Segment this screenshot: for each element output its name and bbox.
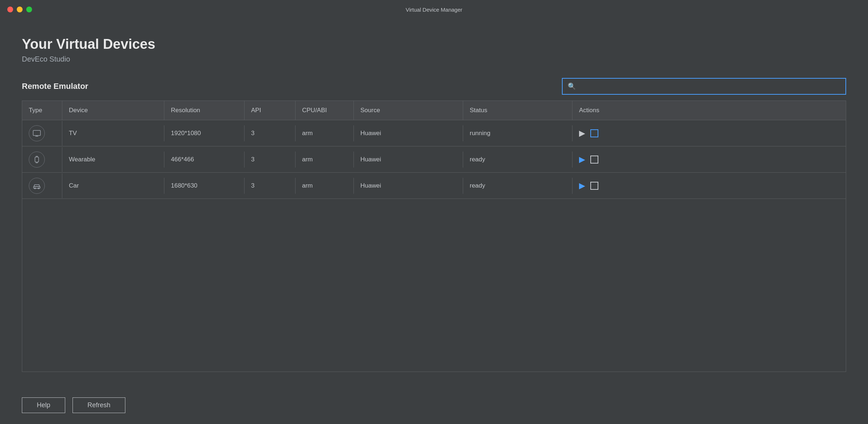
col-device: Device bbox=[62, 101, 164, 120]
search-input[interactable] bbox=[579, 83, 840, 90]
row-1-play-button[interactable]: ▶ bbox=[579, 155, 585, 164]
row-1-actions: ▶ bbox=[572, 150, 846, 169]
col-resolution: Resolution bbox=[164, 101, 245, 120]
col-actions: Actions bbox=[572, 101, 846, 120]
row-2-cpu: arm bbox=[296, 178, 354, 194]
row-2-device: Car bbox=[62, 178, 164, 194]
row-1-resolution: 466*466 bbox=[164, 152, 245, 168]
row-1-source: Huawei bbox=[354, 152, 463, 168]
tv-icon bbox=[29, 125, 45, 141]
title-bar: Virtual Device Manager bbox=[0, 0, 868, 19]
row-2-play-button[interactable]: ▶ bbox=[579, 181, 585, 191]
footer: Help Refresh bbox=[0, 386, 868, 424]
close-button[interactable] bbox=[7, 7, 13, 12]
section-header: Remote Emulator 🔍 bbox=[22, 78, 846, 95]
page-subtitle: DevEco Studio bbox=[22, 55, 846, 63]
col-source: Source bbox=[354, 101, 463, 120]
row-0-device: TV bbox=[62, 125, 164, 141]
row-0-cpu: arm bbox=[296, 125, 354, 141]
row-0-source: Huawei bbox=[354, 125, 463, 141]
row-2-stop-button[interactable] bbox=[590, 182, 598, 190]
section-title: Remote Emulator bbox=[22, 82, 88, 91]
row-0-status: running bbox=[463, 125, 572, 141]
row-2-source: Huawei bbox=[354, 178, 463, 194]
row-0-type bbox=[22, 121, 62, 146]
row-1-cpu: arm bbox=[296, 152, 354, 168]
search-icon: 🔍 bbox=[568, 82, 576, 90]
row-2-actions-cell: ▶ bbox=[579, 181, 598, 191]
svg-rect-3 bbox=[35, 157, 39, 162]
col-status: Status bbox=[463, 101, 572, 120]
table-row: TV 1920*1080 3 arm Huawei running ▶ bbox=[22, 120, 846, 146]
row-1-stop-button[interactable] bbox=[590, 156, 598, 164]
row-2-resolution: 1680*630 bbox=[164, 178, 245, 194]
refresh-button[interactable]: Refresh bbox=[73, 397, 125, 413]
row-0-api: 3 bbox=[245, 125, 296, 141]
table-row: Car 1680*630 3 arm Huawei ready ▶ bbox=[22, 173, 846, 199]
device-table: Type Device Resolution API CPU/ABI Sourc… bbox=[22, 101, 846, 372]
row-1-api: 3 bbox=[245, 152, 296, 168]
col-cpu: CPU/ABI bbox=[296, 101, 354, 120]
page-title: Your Virtual Devices bbox=[22, 36, 846, 52]
row-0-resolution: 1920*1080 bbox=[164, 125, 245, 141]
row-2-api: 3 bbox=[245, 178, 296, 194]
row-0-play-button[interactable]: ▶ bbox=[579, 129, 585, 138]
maximize-button[interactable] bbox=[26, 7, 32, 12]
help-button[interactable]: Help bbox=[22, 397, 65, 413]
col-type: Type bbox=[22, 101, 62, 120]
row-2-actions: ▶ bbox=[572, 177, 846, 195]
search-box[interactable]: 🔍 bbox=[562, 78, 846, 95]
row-1-status: ready bbox=[463, 152, 572, 168]
row-2-type bbox=[22, 173, 62, 198]
svg-rect-0 bbox=[33, 130, 40, 136]
window-controls bbox=[7, 7, 32, 12]
table-header: Type Device Resolution API CPU/ABI Sourc… bbox=[22, 101, 846, 120]
col-api: API bbox=[245, 101, 296, 120]
table-body: TV 1920*1080 3 arm Huawei running ▶ bbox=[22, 120, 846, 372]
row-0-stop-button[interactable] bbox=[590, 129, 598, 137]
row-2-status: ready bbox=[463, 178, 572, 194]
row-1-actions-cell: ▶ bbox=[579, 155, 598, 164]
row-1-device: Wearable bbox=[62, 152, 164, 168]
car-icon bbox=[29, 178, 45, 194]
window-title: Virtual Device Manager bbox=[406, 7, 462, 13]
table-row: Wearable 466*466 3 arm Huawei ready ▶ bbox=[22, 146, 846, 173]
main-content: Your Virtual Devices DevEco Studio Remot… bbox=[0, 19, 868, 386]
row-0-actions: ▶ bbox=[572, 124, 846, 142]
minimize-button[interactable] bbox=[17, 7, 23, 12]
watch-icon bbox=[29, 152, 45, 168]
row-1-type bbox=[22, 147, 62, 172]
row-0-actions-cell: ▶ bbox=[579, 129, 598, 138]
